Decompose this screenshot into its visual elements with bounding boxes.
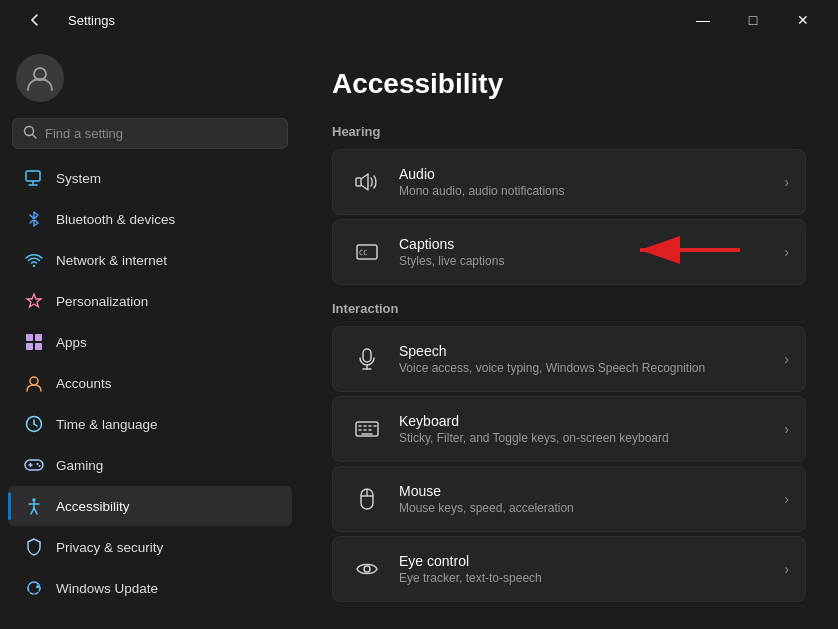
speech-subtitle: Voice access, voice typing, Windows Spee… (399, 361, 784, 375)
sidebar-item-label: Gaming (56, 458, 103, 473)
accounts-icon (24, 373, 44, 393)
eye-control-subtitle: Eye tracker, text-to-speech (399, 571, 784, 585)
sidebar-item-privacy[interactable]: Privacy & security (8, 527, 292, 567)
svg-point-11 (30, 377, 38, 385)
time-icon (24, 414, 44, 434)
keyboard-chevron: › (784, 421, 789, 437)
sidebar-item-gaming[interactable]: Gaming (8, 445, 292, 485)
app-body: System Bluetooth & devices (0, 40, 838, 629)
content-area: Accessibility Hearing Audio Mono audio, … (300, 40, 838, 629)
titlebar-controls: — □ ✕ (680, 4, 826, 36)
sidebar-item-label: Accounts (56, 376, 112, 391)
apps-icon (24, 332, 44, 352)
svg-point-19 (39, 465, 41, 467)
svg-point-45 (364, 566, 370, 572)
svg-rect-25 (356, 178, 361, 186)
svg-line-14 (34, 424, 37, 426)
speech-title: Speech (399, 343, 784, 359)
avatar[interactable] (16, 54, 64, 102)
sidebar: System Bluetooth & devices (0, 40, 300, 629)
sidebar-item-label: System (56, 171, 101, 186)
profile-section (0, 44, 300, 118)
captions-card[interactable]: CC Captions Styles, live captions › (332, 219, 806, 285)
mouse-icon (349, 481, 385, 517)
hearing-label: Hearing (332, 124, 806, 139)
svg-rect-10 (35, 343, 42, 350)
interaction-label: Interaction (332, 301, 806, 316)
speech-card[interactable]: Speech Voice access, voice typing, Windo… (332, 326, 806, 392)
audio-card[interactable]: Audio Mono audio, audio notifications › (332, 149, 806, 215)
titlebar-title: Settings (68, 13, 115, 28)
close-button[interactable]: ✕ (780, 4, 826, 36)
sidebar-item-label: Time & language (56, 417, 158, 432)
personalization-icon (24, 291, 44, 311)
sidebar-item-apps[interactable]: Apps (8, 322, 292, 362)
mouse-subtitle: Mouse keys, speed, acceleration (399, 501, 784, 515)
mouse-chevron: › (784, 491, 789, 507)
sidebar-item-label: Accessibility (56, 499, 130, 514)
mouse-card[interactable]: Mouse Mouse keys, speed, acceleration › (332, 466, 806, 532)
sidebar-item-network[interactable]: Network & internet (8, 240, 292, 280)
minimize-button[interactable]: — (680, 4, 726, 36)
svg-rect-3 (26, 171, 40, 181)
keyboard-subtitle: Sticky, Filter, and Toggle keys, on-scre… (399, 431, 784, 445)
svg-rect-7 (26, 334, 33, 341)
page-title: Accessibility (332, 68, 806, 100)
sidebar-nav: System Bluetooth & devices (0, 157, 300, 609)
captions-subtitle: Styles, live captions (399, 254, 784, 268)
network-icon (24, 250, 44, 270)
back-button[interactable] (12, 4, 58, 36)
update-icon (24, 578, 44, 598)
sidebar-item-personalization[interactable]: Personalization (8, 281, 292, 321)
titlebar: Settings — □ ✕ (0, 0, 838, 40)
sidebar-item-update[interactable]: Windows Update (8, 568, 292, 608)
keyboard-icon (349, 411, 385, 447)
bluetooth-icon (24, 209, 44, 229)
search-input[interactable] (45, 126, 277, 141)
speech-chevron: › (784, 351, 789, 367)
search-icon (23, 125, 37, 142)
audio-chevron: › (784, 174, 789, 190)
svg-rect-15 (25, 460, 43, 470)
interaction-section: Interaction Speech Voice access, voice t… (332, 301, 806, 602)
eye-control-chevron: › (784, 561, 789, 577)
svg-point-18 (37, 463, 39, 465)
keyboard-card[interactable]: Keyboard Sticky, Filter, and Toggle keys… (332, 396, 806, 462)
audio-subtitle: Mono audio, audio notifications (399, 184, 784, 198)
sidebar-item-time[interactable]: Time & language (8, 404, 292, 444)
titlebar-left: Settings (12, 4, 115, 36)
eye-icon (349, 551, 385, 587)
maximize-button[interactable]: □ (730, 4, 776, 36)
sidebar-item-accounts[interactable]: Accounts (8, 363, 292, 403)
audio-title: Audio (399, 166, 784, 182)
eye-control-title: Eye control (399, 553, 784, 569)
audio-icon (349, 164, 385, 200)
sidebar-item-label: Network & internet (56, 253, 167, 268)
svg-line-2 (33, 135, 37, 139)
sidebar-item-system[interactable]: System (8, 158, 292, 198)
privacy-icon (24, 537, 44, 557)
captions-title: Captions (399, 236, 784, 252)
accessibility-icon (24, 496, 44, 516)
sidebar-item-bluetooth[interactable]: Bluetooth & devices (8, 199, 292, 239)
svg-point-6 (33, 265, 35, 267)
sidebar-item-label: Apps (56, 335, 87, 350)
system-icon (24, 168, 44, 188)
search-bar[interactable] (12, 118, 288, 149)
sidebar-item-label: Privacy & security (56, 540, 163, 555)
mouse-title: Mouse (399, 483, 784, 499)
captions-icon: CC (349, 234, 385, 270)
speech-icon (349, 341, 385, 377)
svg-rect-30 (363, 349, 371, 362)
svg-text:CC: CC (359, 249, 367, 257)
svg-line-23 (31, 508, 34, 514)
svg-rect-9 (26, 343, 33, 350)
sidebar-item-label: Windows Update (56, 581, 158, 596)
sidebar-item-label: Bluetooth & devices (56, 212, 175, 227)
sidebar-item-accessibility[interactable]: Accessibility (8, 486, 292, 526)
svg-rect-8 (35, 334, 42, 341)
keyboard-title: Keyboard (399, 413, 784, 429)
svg-line-24 (34, 508, 37, 514)
eye-control-card[interactable]: Eye control Eye tracker, text-to-speech … (332, 536, 806, 602)
sidebar-item-label: Personalization (56, 294, 148, 309)
